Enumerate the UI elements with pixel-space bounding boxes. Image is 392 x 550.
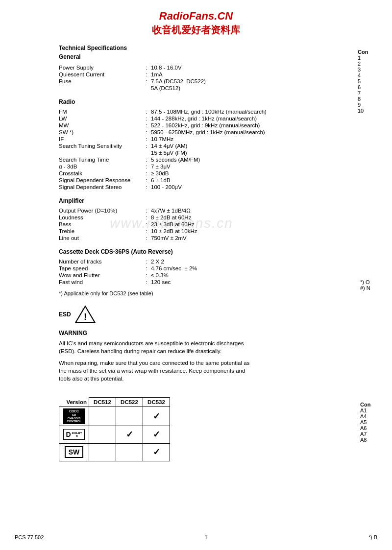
right-ver-a4: A4 bbox=[360, 413, 387, 419]
right-version-labels: Con A1 A4 A5 A6 A7 A8 bbox=[360, 402, 387, 443]
colon: : bbox=[142, 235, 151, 241]
dolby-logo: D DOLBY B bbox=[63, 429, 85, 440]
value-if: 10.7MHz bbox=[151, 136, 309, 143]
table-row: Crosstalk : ≥ 30dB bbox=[59, 170, 309, 177]
amplifier-specs-table: Output Power (D=10%) : 4x7W ± 1dB/4Ω Lou… bbox=[59, 207, 309, 241]
value-fm: 87.5 - 108MHz, grid : 100kHz (manual/sea… bbox=[151, 108, 309, 115]
table-row: Treble : 10 ± 2dB at 10kHz bbox=[59, 228, 309, 235]
value-bass: 23 ± 3dB at 60Hz bbox=[151, 221, 309, 228]
cassette-title: Cassette Deck CDS-36PS (Auto Reverse) bbox=[59, 248, 309, 255]
right-panel-6: 6 bbox=[358, 84, 387, 90]
colon: : bbox=[142, 265, 151, 272]
value-search-sensitivity-fm: 15 ± 5μV (FM) bbox=[151, 149, 309, 156]
table-row: Search Tuning Sensitivity : 14 ± 4μV (AM… bbox=[59, 143, 309, 149]
label-mw: MW bbox=[59, 122, 142, 129]
table-row: IF : 10.7MHz bbox=[59, 136, 309, 143]
logo-sw-cell: SW bbox=[59, 443, 89, 461]
site-subtitle: 收音机爱好者资料库 bbox=[0, 24, 392, 37]
right-panel-2: 2 bbox=[358, 61, 387, 67]
table-row: CDCC CD CHASSIS CONTROL ✓ bbox=[59, 407, 170, 426]
colon: : bbox=[142, 163, 151, 170]
right-panel-8: 8 bbox=[358, 96, 387, 102]
colon: : bbox=[142, 228, 151, 235]
cassette-specs-table: Number of tracks : 2 X 2 Tape speed : 4.… bbox=[59, 258, 309, 286]
label-fm: FM bbox=[59, 108, 142, 115]
version-dc522: DC522 bbox=[116, 398, 143, 407]
value-mw: 522 - 1602kHz, grid : 9kHz (manual/searc… bbox=[151, 122, 309, 129]
warning-title: WARNING bbox=[59, 330, 309, 336]
right-ver-a8: A8 bbox=[360, 437, 387, 443]
value-fuse-1: 7.5A (DC532, DC522) bbox=[151, 78, 309, 85]
right-panel-4: 4 bbox=[358, 72, 387, 78]
table-row: Search Tuning Time : 5 seconds (AM/FM) bbox=[59, 156, 309, 163]
version-table: Version DC512 DC522 DC532 CDCC CD CHASSI… bbox=[59, 397, 170, 461]
colon: : bbox=[142, 279, 151, 286]
label-sw: SW *) bbox=[59, 129, 142, 136]
right-ver-a1: A1 bbox=[360, 407, 387, 413]
version-dc532: DC532 bbox=[143, 398, 170, 407]
esd-section: ESD ! bbox=[59, 304, 309, 325]
value-fuse-2: 5A (DC512) bbox=[151, 85, 309, 92]
table-row: FM : 87.5 - 108MHz, grid : 100kHz (manua… bbox=[59, 108, 309, 115]
general-specs-table: Power Supply : 10.8 - 16.0V Quiescent Cu… bbox=[59, 64, 309, 92]
table-row: Power Supply : 10.8 - 16.0V bbox=[59, 64, 309, 71]
version-dc512: DC512 bbox=[89, 398, 116, 407]
value-sw: 5950 - 6250MHz, grid : 1kHz (manual/sear… bbox=[151, 129, 309, 136]
label-empty bbox=[59, 149, 142, 156]
check-icon: ✓ bbox=[153, 430, 160, 439]
table-row: Bass : 23 ± 3dB at 60Hz bbox=[59, 221, 309, 228]
table-row: Quiescent Current : 1mA bbox=[59, 71, 309, 78]
colon: : bbox=[142, 177, 151, 184]
colon: : bbox=[142, 136, 151, 143]
value-alpha-3db: 7 ± 3μV bbox=[151, 163, 309, 170]
table-row: Tape speed : 4.76 cm/sec. ± 2% bbox=[59, 265, 309, 272]
colon: : bbox=[142, 184, 151, 191]
value-lw: 144 - 288kHz, grid : 1kHz (manual/search… bbox=[151, 115, 309, 122]
label-loudness: Loudness bbox=[59, 214, 142, 221]
page: RadioFans.CN 收音机爱好者资料库 www.radiofans.cn … bbox=[0, 0, 392, 550]
table-row: SW ✓ bbox=[59, 443, 170, 461]
table-row: Signal Dependent Response : 6 ± 1dB bbox=[59, 177, 309, 184]
colon: : bbox=[142, 71, 151, 78]
colon bbox=[142, 149, 151, 156]
label-alpha-3db: α - 3dB bbox=[59, 163, 142, 170]
right-panel-1: 1 bbox=[358, 55, 387, 61]
cdcc-dc522 bbox=[116, 407, 143, 426]
label-fast-wind: Fast wind bbox=[59, 279, 142, 286]
dolby-dc522: ✓ bbox=[116, 426, 143, 443]
footnote: *) Applicable only for DC532 (see table) bbox=[59, 290, 309, 296]
right-panel-9: 9 bbox=[358, 102, 387, 108]
dolby-dc532: ✓ bbox=[143, 426, 170, 443]
svg-text:!: ! bbox=[84, 311, 87, 322]
value-line-out: 750mV ± 2mV bbox=[151, 235, 309, 241]
table-row: Fuse : 7.5A (DC532, DC522) bbox=[59, 78, 309, 85]
value-search-time: 5 seconds (AM/FM) bbox=[151, 156, 309, 163]
table-row: Number of tracks : 2 X 2 bbox=[59, 258, 309, 265]
label-bass: Bass bbox=[59, 221, 142, 228]
colon: : bbox=[142, 122, 151, 129]
label-fuse: Fuse bbox=[59, 78, 142, 85]
version-header-row: Version DC512 DC522 DC532 bbox=[59, 398, 170, 407]
value-wow-flutter: ≤ 0.3% bbox=[151, 272, 309, 279]
sw-dc532: ✓ bbox=[143, 443, 170, 461]
table-row: Fast wind : 120 sec bbox=[59, 279, 309, 286]
value-crosstalk: ≥ 30dB bbox=[151, 170, 309, 177]
table-row: SW *) : 5950 - 6250MHz, grid : 1kHz (man… bbox=[59, 129, 309, 136]
label-output-power: Output Power (D=10%) bbox=[59, 207, 142, 214]
sw-logo: SW bbox=[65, 446, 84, 458]
value-tape-speed: 4.76 cm/sec. ± 2% bbox=[151, 265, 309, 272]
esd-label: ESD bbox=[59, 311, 71, 318]
value-fast-wind: 120 sec bbox=[151, 279, 309, 286]
label-tape-speed: Tape speed bbox=[59, 265, 142, 272]
value-num-tracks: 2 X 2 bbox=[151, 258, 309, 265]
label-power-supply: Power Supply bbox=[59, 64, 142, 71]
colon: : bbox=[142, 214, 151, 221]
colon: : bbox=[142, 258, 151, 265]
label-wow-flutter: Wow and Flutter bbox=[59, 272, 142, 279]
right-ver-a6: A6 bbox=[360, 425, 387, 431]
logo-cdcc-cell: CDCC CD CHASSIS CONTROL bbox=[59, 407, 89, 426]
site-title: RadioFans.CN bbox=[0, 10, 392, 23]
label-signal-stereo: Signal Dependent Stereo bbox=[59, 184, 142, 191]
value-power-supply: 10.8 - 16.0V bbox=[151, 64, 309, 71]
right-panel: Con 1 2 3 4 5 6 7 8 9 10 bbox=[358, 49, 387, 114]
